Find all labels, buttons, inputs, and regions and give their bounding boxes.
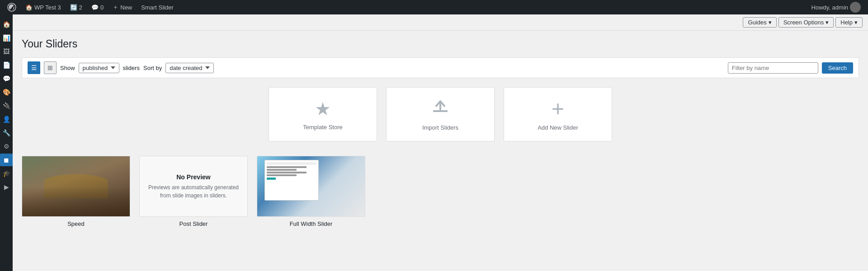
sliders-label: sliders [123, 65, 140, 71]
sidebar-item-appearance[interactable]: 🎨 [0, 86, 13, 98]
admin-bar: 🏠 WP Test 3 🔄 2 💬 0 ＋ New Smart Slider H… [0, 0, 868, 14]
wp-logo-button[interactable] [4, 0, 20, 14]
slider-card-full-width[interactable]: Full Width Slider [257, 156, 365, 227]
help-button[interactable]: Help ▾ [835, 17, 863, 28]
sidebar-item-tools[interactable]: 🔧 [0, 126, 13, 139]
updates-icon: 🔄 [70, 4, 77, 11]
user-avatar [850, 2, 861, 13]
action-cards-container: ★ Template Store Import Sliders + [22, 87, 859, 141]
site-name-button[interactable]: 🏠 WP Test 3 [22, 0, 65, 14]
list-view-button[interactable]: ☰ [28, 61, 40, 74]
slider-label-speed: Speed [67, 220, 85, 227]
sidebar-item-posts[interactable]: 📊 [0, 32, 13, 44]
chevron-down-icon: ▾ [826, 19, 829, 26]
screen-options-button[interactable]: Screen Options ▾ [778, 17, 834, 28]
slider-label-post-slider: Post Slider [179, 220, 208, 227]
sidebar-item-extra1[interactable]: 🎓 [0, 167, 13, 180]
sidebar-item-smart-slider[interactable]: ◼ [0, 154, 13, 166]
page-title: Your Sliders [22, 38, 859, 50]
slider-thumb-post-slider: No Preview Previews are automatically ge… [139, 156, 248, 217]
guides-button[interactable]: Guides ▾ [743, 17, 776, 28]
sidebar-item-plugins[interactable]: 🔌 [0, 99, 13, 112]
filter-input[interactable] [728, 62, 818, 74]
comments-icon: 💬 [91, 4, 99, 11]
slider-cards-container: Speed No Preview Previews are automatica… [22, 156, 859, 227]
grid-view-button[interactable]: ⊞ [44, 61, 57, 74]
sidebar-item-media[interactable]: 🖼 [0, 45, 13, 58]
slider-toolbar: ☰ ⊞ Show published all draft sliders Sor… [22, 57, 859, 78]
sidebar: 🏠 📊 🖼 📄 💬 🎨 🔌 👤 🔧 ⚙ ◼ 🎓 ▶ [0, 14, 13, 271]
plugin-name-button[interactable]: Smart Slider [137, 0, 177, 14]
slider-label-full-width: Full Width Slider [290, 220, 333, 227]
import-sliders-label: Import Sliders [422, 124, 458, 131]
template-store-label: Template Store [303, 124, 342, 131]
updates-button[interactable]: 🔄 2 [66, 0, 86, 14]
svg-rect-1 [433, 110, 448, 112]
template-store-card[interactable]: ★ Template Store [269, 87, 377, 141]
sidebar-item-dashboard[interactable]: 🏠 [0, 18, 13, 31]
add-new-slider-card[interactable]: + Add New Slider [504, 87, 612, 141]
show-select[interactable]: published all draft [79, 63, 119, 73]
main-content: Guides ▾ Screen Options ▾ Help ▾ Your Sl… [13, 14, 868, 271]
new-button[interactable]: ＋ New [109, 0, 136, 14]
no-preview-title: No Preview [176, 173, 210, 181]
sort-label: Sort by [143, 65, 162, 71]
sidebar-item-pages[interactable]: 📄 [0, 59, 13, 71]
import-sliders-card[interactable]: Import Sliders [386, 87, 495, 141]
chevron-down-icon: ▾ [769, 19, 772, 26]
sidebar-item-comments[interactable]: 💬 [0, 72, 13, 85]
mini-browser-preview [264, 160, 319, 201]
sidebar-item-users[interactable]: 👤 [0, 113, 13, 126]
slider-card-post-slider[interactable]: No Preview Previews are automatically ge… [139, 156, 248, 227]
grid-icon: ⊞ [47, 64, 53, 71]
chevron-down-icon: ▾ [854, 19, 858, 26]
list-icon: ☰ [31, 64, 37, 71]
star-icon: ★ [315, 98, 331, 119]
show-label: Show [60, 65, 75, 71]
slider-card-speed[interactable]: Speed [22, 156, 130, 227]
slider-thumb-full-width [257, 156, 365, 217]
no-preview-description: Previews are automatically generated fro… [145, 183, 242, 200]
search-button[interactable]: Search [822, 62, 853, 74]
add-new-slider-label: Add New Slider [538, 124, 578, 131]
upload-icon [431, 98, 449, 120]
user-greeting[interactable]: Howdy, admin [808, 0, 864, 14]
plus-icon: ＋ [113, 3, 118, 11]
sidebar-item-extra2[interactable]: ▶ [0, 181, 13, 193]
top-actions-bar: Guides ▾ Screen Options ▾ Help ▾ [13, 14, 868, 31]
comments-button[interactable]: 💬 0 [88, 0, 107, 14]
page-content-area: Your Sliders ☰ ⊞ Show published all draf… [13, 31, 868, 271]
site-icon: 🏠 [25, 4, 33, 11]
sort-select[interactable]: date created title modified [165, 63, 214, 73]
plus-large-icon: + [552, 98, 564, 120]
slider-thumb-speed [22, 156, 130, 217]
sidebar-item-settings[interactable]: ⚙ [0, 140, 13, 153]
